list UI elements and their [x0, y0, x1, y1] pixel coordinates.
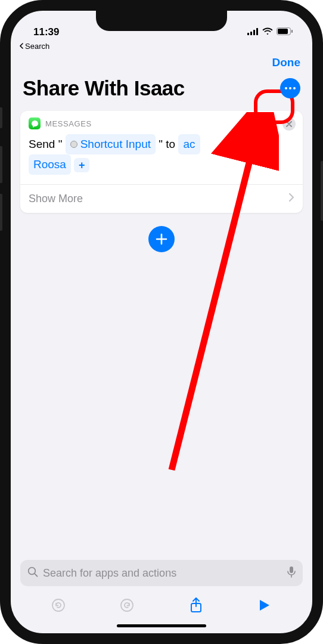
device-power-button	[321, 161, 323, 221]
action-card[interactable]: MESSAGES Send " Shortcut Input " to ac R…	[20, 111, 303, 213]
variable-token-shortcut-input[interactable]: Shortcut Input	[66, 134, 156, 154]
svg-rect-6	[291, 30, 293, 33]
messages-app-icon	[29, 117, 41, 129]
redo-button[interactable]	[109, 597, 145, 613]
undo-button[interactable]	[41, 597, 76, 613]
plus-icon	[156, 233, 167, 245]
back-label: Search	[25, 42, 49, 51]
recipient-token-part1[interactable]: ac	[178, 134, 200, 154]
svg-rect-5	[278, 29, 288, 34]
action-body: Send " Shortcut Input " to ac Roosa +	[20, 133, 303, 184]
svg-point-9	[293, 87, 296, 89]
svg-rect-13	[290, 566, 293, 573]
search-icon	[27, 566, 38, 580]
cell-signal-icon	[247, 26, 259, 38]
device-volume-down	[0, 194, 2, 231]
action-app-label: MESSAGES	[45, 119, 92, 128]
back-to-app[interactable]: Search	[11, 39, 312, 52]
share-button[interactable]	[178, 597, 214, 614]
status-time: 11:39	[33, 26, 59, 38]
home-indicator[interactable]	[117, 624, 206, 627]
add-action-button[interactable]	[148, 226, 175, 252]
svg-line-12	[35, 574, 37, 576]
svg-rect-1	[250, 32, 252, 35]
done-button[interactable]: Done	[272, 56, 301, 69]
svg-rect-3	[256, 28, 258, 35]
svg-rect-2	[253, 30, 255, 35]
more-options-button[interactable]	[280, 78, 300, 98]
action-text-midfix: " to	[159, 138, 175, 150]
share-icon	[189, 597, 203, 614]
show-more-label: Show More	[29, 193, 83, 205]
ellipsis-icon	[285, 87, 296, 89]
search-input[interactable]	[43, 567, 282, 580]
show-more-row[interactable]: Show More	[20, 184, 303, 213]
undo-icon	[51, 597, 66, 613]
svg-rect-0	[247, 33, 249, 35]
device-silence-switch	[0, 107, 2, 128]
recipient-token-part2[interactable]: Roosa	[29, 154, 71, 175]
search-field[interactable]	[20, 560, 303, 586]
svg-point-11	[29, 567, 36, 574]
play-icon	[259, 599, 271, 612]
device-notch	[96, 11, 227, 31]
add-recipient-button[interactable]: +	[74, 158, 89, 172]
device-volume-up	[0, 146, 2, 183]
battery-icon	[277, 26, 293, 38]
wifi-icon	[262, 26, 273, 38]
action-text-prefix: Send "	[29, 138, 62, 150]
redo-icon	[119, 597, 135, 613]
svg-point-7	[285, 87, 287, 89]
dictate-icon[interactable]	[287, 566, 296, 581]
page-title: Share With Isaac	[23, 76, 274, 100]
svg-point-8	[289, 87, 291, 89]
bottom-toolbar	[20, 586, 303, 624]
run-button[interactable]	[247, 599, 282, 612]
chevron-right-icon	[288, 193, 294, 205]
magic-variable-icon	[70, 141, 77, 148]
variable-token-label: Shortcut Input	[80, 135, 151, 154]
